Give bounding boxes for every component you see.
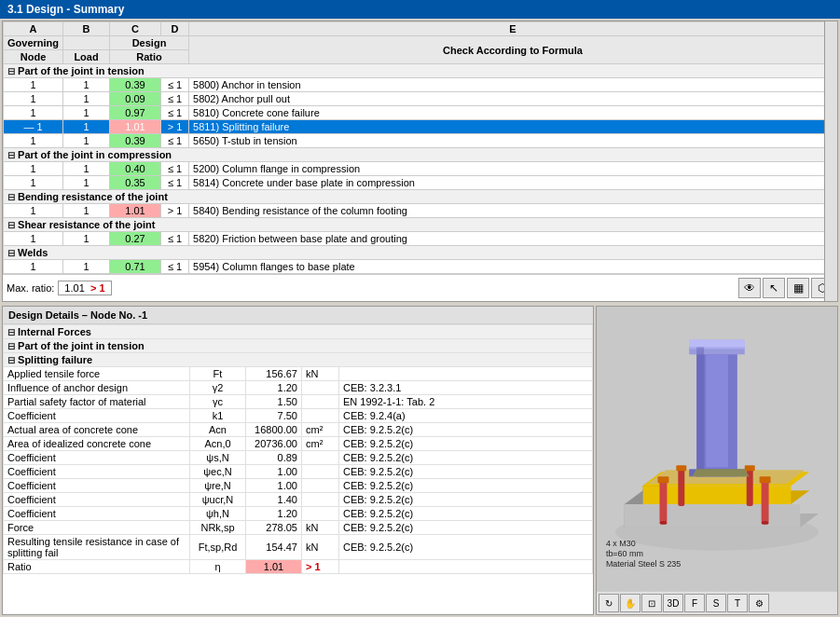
view-panel: 4 x M30 tb=60 mm Material Steel S 235 ↻ … xyxy=(596,306,838,615)
condition-cell: ≤ 1 xyxy=(161,106,189,120)
design-table: A B C D E Governing Design Check Accordi… xyxy=(3,21,837,274)
svg-text:tb=60 mm: tb=60 mm xyxy=(606,549,643,558)
condition-cell: ≤ 1 xyxy=(161,92,189,106)
prop-value: 156.67 xyxy=(246,367,302,381)
prop-ref: CEB: 9.2.5.2(c) xyxy=(339,479,593,493)
front-view-btn[interactable]: F xyxy=(684,594,705,612)
settings-view-btn[interactable]: ⚙ xyxy=(749,594,769,612)
condition-cell: ≤ 1 xyxy=(161,162,189,176)
table-row[interactable]: 1 1 0.40 ≤ 1 5200) Column flange in comp… xyxy=(4,162,837,176)
cursor-btn[interactable]: ↖ xyxy=(763,278,785,298)
section-title: Shear resistance of the joint xyxy=(18,219,155,230)
pan-btn[interactable]: ✋ xyxy=(620,594,640,612)
prop-ref xyxy=(339,560,593,574)
condition-cell: > 1 xyxy=(161,204,189,218)
collapse-icon[interactable]: ⊟ xyxy=(7,355,15,365)
svg-marker-8 xyxy=(625,504,801,528)
node-cell: 1 xyxy=(4,162,63,176)
svg-rect-12 xyxy=(762,481,769,523)
table-row[interactable]: — 1 1 1.01 > 1 5811) Splitting failure xyxy=(4,120,837,134)
table-row[interactable]: 1 1 1.01 > 1 5840) Bending resistance of… xyxy=(4,204,837,218)
prop-name: Resulting tensile resistance in case of … xyxy=(4,535,190,560)
section-header-row: ⊟ Part of the joint in tension xyxy=(4,64,837,78)
table-row[interactable]: 1 1 0.27 ≤ 1 5820) Friction between base… xyxy=(4,232,837,246)
prop-ref: CEB: 9.2.5.2(c) xyxy=(339,535,593,560)
section-header-row: ⊟ Welds xyxy=(4,246,837,260)
prop-name: Influence of anchor design xyxy=(4,381,190,395)
table-row[interactable]: 1 1 0.09 ≤ 1 5802) Anchor pull out xyxy=(4,92,837,106)
prop-unit xyxy=(302,381,339,395)
table-btn[interactable]: ▦ xyxy=(787,278,809,298)
prop-unit xyxy=(302,507,339,521)
details-row: Coefficient ψh,N 1.20 CEB: 9.2.5.2(c) xyxy=(4,507,593,521)
prop-symbol: γ2 xyxy=(190,381,246,395)
view-btn[interactable]: 👁 xyxy=(738,278,761,298)
side-view-btn[interactable]: S xyxy=(706,594,726,612)
table-row[interactable]: 1 1 0.39 ≤ 1 5800) Anchor in tension xyxy=(4,78,837,92)
section-label: Internal Forces xyxy=(18,326,91,337)
prop-unit: kN xyxy=(302,521,339,535)
svg-rect-28 xyxy=(696,347,704,476)
table-row[interactable]: 1 1 0.97 ≤ 1 5810) Concrete cone failure xyxy=(4,106,837,120)
prop-name: Coefficient xyxy=(4,465,190,479)
prop-symbol: γc xyxy=(190,395,246,409)
details-row: Coefficient ψs,N 0.89 CEB: 9.2.5.2(c) xyxy=(4,451,593,465)
prop-value: 20736.00 xyxy=(246,437,302,451)
collapse-icon[interactable]: ⊟ xyxy=(7,327,15,337)
prop-name: Force xyxy=(4,521,190,535)
load-cell: 1 xyxy=(63,162,110,176)
prop-ref xyxy=(339,367,593,381)
load-cell: 1 xyxy=(63,134,110,148)
details-row: Force NRk,sp 278.05 kN CEB: 9.2.5.2(c) xyxy=(4,521,593,535)
rotate-btn[interactable]: ↻ xyxy=(599,594,619,612)
scrollbar-right[interactable] xyxy=(824,21,837,301)
section-title: Welds xyxy=(18,247,48,258)
prop-name: Ratio xyxy=(4,560,190,574)
prop-symbol: ψh,N xyxy=(190,507,246,521)
prop-symbol: k1 xyxy=(190,409,246,423)
subheader-node xyxy=(63,36,110,50)
max-ratio-row: Max. ratio: 1.01 > 1 👁 ↖ ▦ ⬡ xyxy=(3,274,837,301)
prop-name: Partial safety factor of material xyxy=(4,395,190,409)
prop-symbol: ψre,N xyxy=(190,479,246,493)
collapse-icon[interactable]: ⊟ xyxy=(7,220,15,230)
load-cell: 1 xyxy=(63,260,110,274)
prop-name: Applied tensile force xyxy=(4,367,190,381)
design-details-panel: Design Details – Node No. -1 ⊟ Internal … xyxy=(2,306,594,615)
table-row[interactable]: 1 1 0.71 ≤ 1 5954) Column flanges to bas… xyxy=(4,260,837,274)
table-row[interactable]: 1 1 0.35 ≤ 1 5814) Concrete under base p… xyxy=(4,176,837,190)
section-title: Part of the joint in compression xyxy=(18,149,172,160)
subheader-governing: Governing xyxy=(4,36,63,50)
ratio-cell: 0.39 xyxy=(110,134,161,148)
prop-value: 1.50 xyxy=(246,395,302,409)
col-header-c: C xyxy=(110,22,161,36)
collapse-icon[interactable]: ⊟ xyxy=(7,150,15,160)
node-cell: — 1 xyxy=(4,120,63,134)
prop-symbol: Ft,sp,Rd xyxy=(190,535,246,560)
prop-symbol: η xyxy=(190,560,246,574)
view-toolbar: ↻ ✋ ⊡ 3D F S T ⚙ xyxy=(597,591,837,614)
prop-unit xyxy=(302,493,339,507)
zoom-fit-btn[interactable]: ⊡ xyxy=(641,594,662,612)
prop-value: 0.89 xyxy=(246,451,302,465)
node-cell: 1 xyxy=(4,232,63,246)
collapse-icon[interactable]: ⊟ xyxy=(7,192,15,202)
load-cell: 1 xyxy=(63,106,110,120)
prop-value: 154.47 xyxy=(246,535,302,560)
3d-btn[interactable]: 3D xyxy=(663,594,683,612)
details-row: Actual area of concrete cone Acn 16800.0… xyxy=(4,423,593,437)
collapse-icon[interactable]: ⊟ xyxy=(7,248,15,258)
collapse-icon[interactable]: ⊟ xyxy=(7,341,15,351)
svg-rect-26 xyxy=(706,354,728,467)
svg-rect-20 xyxy=(760,476,771,483)
check-cell: 5820) Friction between base plate and gr… xyxy=(189,232,837,246)
prop-unit: cm² xyxy=(302,437,339,451)
subheader-node2: Node xyxy=(4,50,63,64)
collapse-icon[interactable]: ⊟ xyxy=(7,66,15,76)
prop-name: Coefficient xyxy=(4,507,190,521)
details-row: Applied tensile force Ft 156.67 kN xyxy=(4,367,593,381)
table-row[interactable]: 1 1 0.39 ≤ 1 5650) T-stub in tension xyxy=(4,134,837,148)
section-label: Splitting failure xyxy=(18,354,92,365)
section-label: Part of the joint in tension xyxy=(18,340,145,351)
top-view-btn[interactable]: T xyxy=(727,594,748,612)
